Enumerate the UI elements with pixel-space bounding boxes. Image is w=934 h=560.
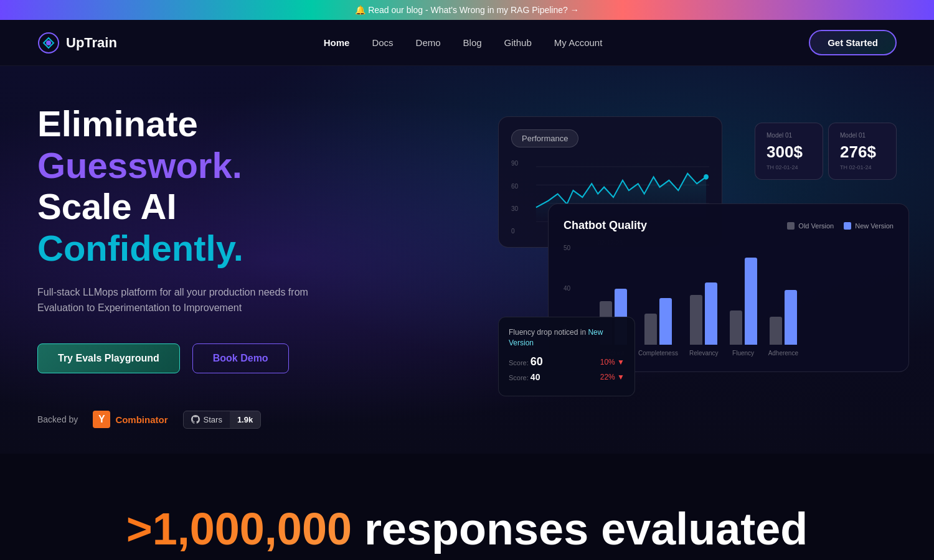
logo-text: UpTrain bbox=[66, 35, 117, 51]
quality-title-bold: Quality bbox=[609, 219, 647, 231]
bar-fluency-old bbox=[730, 310, 742, 345]
y-label-30: 30 bbox=[511, 205, 518, 212]
hero-title-line1-white: Eliminate bbox=[37, 103, 198, 144]
fluency-pct-2: 22% ▼ bbox=[600, 373, 625, 381]
combinator-text: Combinator bbox=[115, 414, 167, 425]
fluency-row-2: Score: 40 22% ▼ bbox=[509, 372, 625, 382]
yc-badge: Y Combinator bbox=[93, 411, 167, 428]
hero-section: Eliminate Guesswork. Scale AI Confidentl… bbox=[0, 66, 934, 454]
model2-value: 276$ bbox=[840, 142, 885, 162]
github-icon bbox=[191, 415, 200, 424]
hero-title-line1-colored: Guesswork. bbox=[37, 145, 242, 185]
legend-new-dot bbox=[844, 222, 851, 230]
bar-relevancy-old bbox=[690, 295, 702, 345]
quality-header: Chatbot Quality Old Version New Version bbox=[564, 219, 894, 232]
yc-logo: Y bbox=[93, 411, 110, 428]
fluency-drop-card: Fluency drop noticed in New Version Scor… bbox=[498, 317, 635, 397]
hero-title: Eliminate Guesswork. Scale AI Confidentl… bbox=[37, 103, 386, 269]
bar-label-completeness: Completeness bbox=[638, 350, 678, 357]
hero-left: Eliminate Guesswork. Scale AI Confidentl… bbox=[37, 103, 386, 429]
bar-label-fluency: Fluency bbox=[732, 350, 754, 357]
quality-title-prefix: Chatbot bbox=[564, 219, 609, 231]
hero-buttons: Try Evals Playground Book Demo bbox=[37, 343, 386, 373]
y-label-0: 0 bbox=[511, 228, 518, 235]
stars-count: 1.9k bbox=[230, 411, 260, 428]
stats-number: >1,000,000 bbox=[126, 504, 352, 554]
hero-title-line2-white: Scale AI bbox=[37, 186, 177, 226]
fluency-score-val-2: 40 bbox=[531, 372, 540, 382]
svg-point-1 bbox=[46, 40, 51, 45]
bar-group-adherence: Adherence bbox=[768, 290, 798, 357]
fluency-score-label-1: Score: 60 bbox=[509, 355, 543, 368]
stats-section: >1,000,000 responses evaluated bbox=[0, 454, 934, 560]
banner-text: 🔔 Read our blog - What's Wrong in my RAG… bbox=[355, 5, 578, 15]
bar-completeness-new bbox=[659, 298, 672, 345]
performance-label: Performance bbox=[511, 129, 578, 147]
bar-group-completeness: Completeness bbox=[638, 298, 678, 357]
bar-group-fluency: Fluency bbox=[730, 258, 757, 357]
model2-date: TH 02-01-24 bbox=[840, 164, 885, 170]
y-label-60: 60 bbox=[511, 183, 518, 190]
bar-pair-adherence bbox=[770, 290, 797, 345]
book-demo-button[interactable]: Book Demo bbox=[192, 343, 289, 373]
model1-value: 300$ bbox=[767, 142, 811, 162]
hero-title-line2-colored: Confidently. bbox=[37, 228, 243, 268]
legend-old: Old Version bbox=[787, 222, 834, 230]
nav-docs[interactable]: Docs bbox=[372, 37, 393, 48]
model-price-cards: Model 01 300$ TH 02-01-24 Model 01 276$ … bbox=[755, 123, 897, 180]
y-50: 50 bbox=[564, 245, 570, 251]
backed-text: Backed by bbox=[37, 414, 78, 424]
uptrain-logo-icon bbox=[37, 32, 60, 54]
legend-old-label: Old Version bbox=[798, 222, 834, 230]
nav-demo[interactable]: Demo bbox=[416, 37, 441, 48]
bar-label-relevancy: Relevancy bbox=[689, 350, 719, 357]
bar-pair-completeness bbox=[644, 298, 672, 345]
down-arrow-1: ▼ bbox=[617, 358, 625, 366]
fluency-score-val-1: 60 bbox=[531, 355, 543, 368]
nav-links: Home Docs Demo Blog Github My Account bbox=[324, 37, 603, 48]
nav-account[interactable]: My Account bbox=[554, 37, 603, 48]
get-started-button[interactable]: Get Started bbox=[809, 30, 897, 55]
nav-github[interactable]: Github bbox=[504, 37, 532, 48]
bar-group-relevancy: Relevancy bbox=[689, 282, 719, 357]
fluency-title-normal: Fluency drop noticed in bbox=[509, 328, 588, 337]
fluency-card-title: Fluency drop noticed in New Version bbox=[509, 327, 625, 348]
nav-home[interactable]: Home bbox=[324, 37, 350, 48]
chart-legend: Old Version New Version bbox=[787, 222, 894, 230]
stats-text: responses evaluated bbox=[352, 504, 808, 554]
backed-area: Backed by Y Combinator Stars 1.9k bbox=[37, 411, 386, 429]
model2-card: Model 01 276$ TH 02-01-24 bbox=[828, 123, 897, 180]
legend-new: New Version bbox=[844, 222, 894, 230]
model1-title: Model 01 bbox=[767, 132, 811, 139]
hero-subtitle: Full-stack LLMops platform for all your … bbox=[37, 284, 336, 316]
bar-completeness-old bbox=[644, 314, 657, 345]
model1-card: Model 01 300$ TH 02-01-24 bbox=[755, 123, 823, 180]
bar-adherence-old bbox=[770, 317, 782, 345]
quality-title: Chatbot Quality bbox=[564, 219, 647, 232]
legend-old-dot bbox=[787, 222, 795, 230]
stars-badge[interactable]: Stars 1.9k bbox=[183, 411, 262, 429]
fluency-score-label-2: Score: 40 bbox=[509, 372, 540, 382]
dashboard-visualization: Performance 90 60 30 0 bbox=[498, 116, 897, 415]
svg-point-6 bbox=[704, 174, 709, 180]
bar-relevancy-new bbox=[705, 282, 717, 345]
logo[interactable]: UpTrain bbox=[37, 32, 117, 54]
legend-new-label: New Version bbox=[855, 222, 894, 230]
fluency-pct-1: 10% ▼ bbox=[600, 358, 625, 366]
model1-date: TH 02-01-24 bbox=[767, 164, 811, 170]
y-40: 40 bbox=[564, 285, 570, 292]
top-banner[interactable]: 🔔 Read our blog - What's Wrong in my RAG… bbox=[0, 0, 934, 20]
nav-blog[interactable]: Blog bbox=[463, 37, 482, 48]
model2-title: Model 01 bbox=[840, 132, 885, 139]
stars-label: Stars bbox=[204, 415, 222, 424]
stars-left: Stars bbox=[184, 411, 230, 428]
y-label-90: 90 bbox=[511, 160, 518, 167]
bar-adherence-new bbox=[785, 290, 797, 345]
bar-fluency-new bbox=[745, 258, 757, 345]
navbar: UpTrain Home Docs Demo Blog Github My Ac… bbox=[0, 20, 934, 66]
bar-label-adherence: Adherence bbox=[768, 350, 798, 357]
bar-pair-relevancy bbox=[690, 282, 717, 345]
fluency-row-1: Score: 60 10% ▼ bbox=[509, 355, 625, 368]
try-evals-button[interactable]: Try Evals Playground bbox=[37, 343, 180, 373]
down-arrow-2: ▼ bbox=[617, 373, 625, 381]
